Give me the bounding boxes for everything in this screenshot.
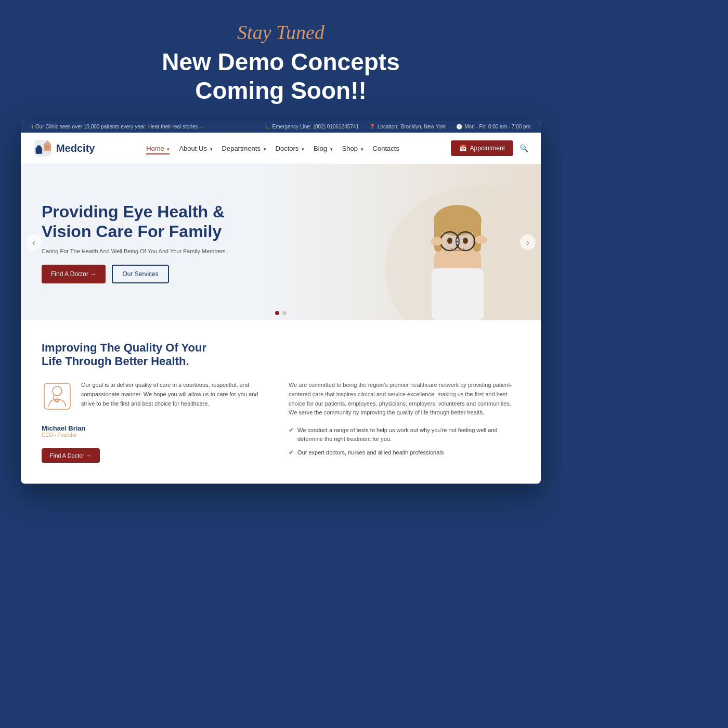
website-mockup: ℹ Our Clinic sees over 10,000 patients e… (21, 121, 541, 484)
clinic-text: Our Clinic sees over 10,000 patients eve… (35, 124, 146, 129)
appointment-button[interactable]: 📅 Appointment (451, 140, 513, 156)
nav-item-doctors[interactable]: Doctors ▾ (276, 144, 304, 153)
location-icon: 📍 (369, 124, 375, 129)
hero-buttons: Find A Doctor → Our Services (42, 265, 260, 283)
about-section: Improving The Quality Of Your Life Throu… (21, 320, 541, 484)
ceo-title: CEO - Founder (42, 432, 273, 438)
about-left: Our goal is to deliver quality of care i… (42, 381, 273, 463)
outer-wrapper: Stay Tuned New Demo Concepts Coming Soon… (0, 0, 562, 504)
doctor-icon (42, 381, 73, 412)
hours-info: 🕐 Mon - Fri: 8:00 am - 7:00 pm (456, 124, 530, 129)
about-grid: Our goal is to deliver quality of care i… (42, 381, 520, 463)
nav-item-home[interactable]: Home ▾ (146, 144, 170, 153)
check-item-2: Our expert doctors, nurses and allied he… (289, 448, 520, 458)
nav-item-departments[interactable]: Departments ▾ (222, 144, 266, 153)
location-info: 📍 Location: Brooklyn, New York (369, 124, 446, 129)
about-right-description: We are committed to being the region's p… (289, 381, 520, 417)
top-bar-right: 📞 Emergency Line: (002) 01061245741 📍 Lo… (264, 124, 530, 129)
hero-heading: Providing Eye Health & Vision Care For F… (42, 202, 260, 242)
hero-illustration (354, 164, 541, 320)
main-nav: Home ▾ About Us ▾ Departments ▾ Doctors … (146, 144, 399, 153)
top-bar: ℹ Our Clinic sees over 10,000 patients e… (21, 121, 541, 133)
announcement-section: Stay Tuned New Demo Concepts Coming Soon… (21, 21, 541, 105)
carousel-dot-1[interactable] (275, 311, 279, 315)
top-bar-left: ℹ Our Clinic sees over 10,000 patients e… (31, 124, 204, 129)
our-services-hero-button[interactable]: Our Services (112, 265, 168, 283)
svg-rect-22 (44, 383, 70, 409)
carousel-dot-2[interactable] (282, 311, 287, 315)
check-items-list: We conduct a range of tests to help us w… (289, 426, 520, 458)
svg-point-19 (475, 236, 487, 244)
hero-content: Providing Eye Health & Vision Care For F… (21, 181, 281, 304)
emergency-info: 📞 Emergency Line: (002) 01061245741 (264, 124, 359, 129)
phone-icon: 📞 (264, 124, 270, 129)
check-item-1: We conduct a range of tests to help us w… (289, 426, 520, 444)
svg-point-23 (53, 386, 62, 396)
hero-section: ‹ Providing Eye Health & Vision Care For… (21, 164, 541, 320)
about-description: Our goal is to deliver quality of care i… (81, 381, 273, 408)
svg-point-3 (45, 145, 50, 150)
about-left-top: Our goal is to deliver quality of care i… (42, 381, 273, 412)
nav-item-about[interactable]: About Us ▾ (179, 144, 212, 153)
logo-text: Medcity (56, 142, 95, 154)
stay-tuned-text: Stay Tuned (21, 21, 541, 44)
hear-text[interactable]: Hear their real stories → (148, 124, 204, 129)
hero-tagline: Caring For The Health And Well Being Of … (42, 248, 260, 254)
find-doctor-about-button[interactable]: Find A Doctor → (42, 448, 100, 463)
svg-point-21 (463, 238, 468, 244)
search-icon[interactable]: 🔍 (519, 144, 528, 152)
svg-point-18 (431, 237, 443, 245)
nav-item-contacts[interactable]: Contacts (373, 144, 399, 153)
hero-next-button[interactable]: › (520, 235, 536, 250)
find-doctor-hero-button[interactable]: Find A Doctor → (42, 265, 106, 283)
svg-rect-6 (432, 268, 484, 320)
ceo-name: Michael Brian (42, 424, 273, 432)
nav-right: 📅 Appointment 🔍 (451, 140, 528, 156)
calendar-icon: 📅 (459, 145, 467, 152)
about-right: We are committed to being the region's p… (289, 381, 520, 463)
svg-point-20 (447, 238, 452, 244)
ceo-info: Michael Brian CEO - Founder (42, 424, 273, 438)
svg-rect-9 (434, 220, 442, 252)
clock-icon: 🕐 (456, 124, 462, 129)
main-heading: New Demo Concepts Coming Soon!! (21, 48, 541, 105)
logo[interactable]: Medcity (33, 139, 95, 158)
nav-item-blog[interactable]: Blog ▾ (314, 144, 333, 153)
svg-rect-2 (37, 146, 41, 154)
about-heading: Improving The Quality Of Your Life Throu… (42, 341, 520, 368)
nav-item-shop[interactable]: Shop ▾ (342, 144, 363, 153)
navbar: Medcity Home ▾ About Us ▾ Departments ▾ … (21, 133, 541, 164)
hero-image-area (354, 164, 541, 320)
